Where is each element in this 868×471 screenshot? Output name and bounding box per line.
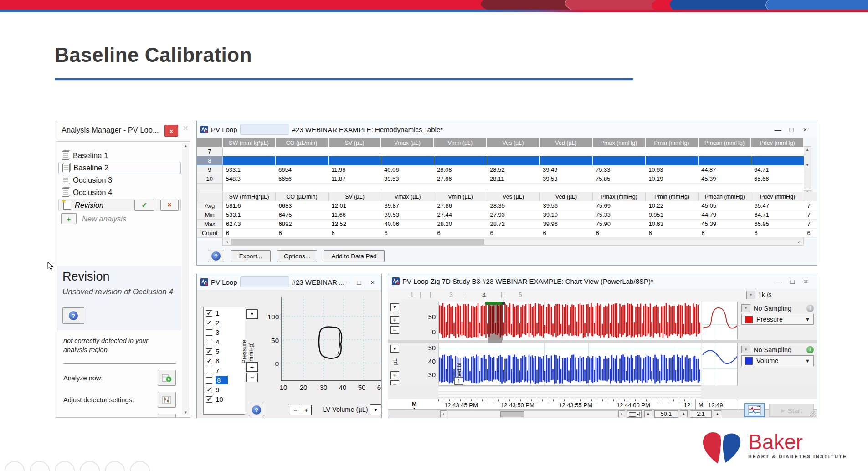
scroll-right-button[interactable]: › xyxy=(618,410,625,417)
channel-selector[interactable]: Pressure ▼ xyxy=(741,314,814,325)
pressure-plot[interactable] xyxy=(438,302,701,340)
loop-row-3[interactable]: 3 xyxy=(204,328,245,337)
scrollbar-thumb[interactable] xyxy=(231,239,484,245)
column-header[interactable]: SV (µL) xyxy=(329,192,381,201)
loop-row-9[interactable]: ✓9 xyxy=(204,385,245,394)
close-button[interactable]: × xyxy=(798,124,812,134)
column-header[interactable]: Pdev (mmHg) xyxy=(751,138,804,147)
column-header[interactable]: Ves (µL) xyxy=(487,192,540,201)
horizontal-ratio[interactable]: 50:1 xyxy=(654,410,678,418)
help-button[interactable]: ? xyxy=(249,404,264,416)
list-item-revision[interactable]: ★ Revision ✓ × xyxy=(58,199,181,211)
row-label[interactable]: 10 xyxy=(197,174,222,184)
channel-selector[interactable]: Volume ▼ xyxy=(741,355,814,366)
volume-preview[interactable] xyxy=(702,343,738,385)
checkbox[interactable] xyxy=(206,339,212,345)
column-header[interactable]: CO (µL/min) xyxy=(276,192,329,201)
y-axis-dropdown-button[interactable]: ▼ xyxy=(246,309,258,319)
help-button[interactable]: ? xyxy=(62,307,84,324)
row-label[interactable]: 8 xyxy=(197,156,222,165)
compress-up-button[interactable]: ▲ xyxy=(644,410,652,417)
scroll-down-icon[interactable]: ▼ xyxy=(182,410,189,415)
sampling-dropdown-button[interactable]: ▼ xyxy=(741,346,750,353)
checkbox[interactable]: ✓ xyxy=(206,387,212,393)
volume-plot[interactable]: tubed bl 1 xyxy=(438,343,701,385)
list-item-occlusion-4[interactable]: Occlusion 4 xyxy=(58,186,181,199)
add-to-data-pad-button[interactable]: Add to Data Pad xyxy=(324,250,385,262)
zoom-out-button[interactable]: − xyxy=(390,326,399,334)
loop-row-8-selected[interactable]: 8 xyxy=(204,375,245,385)
detector-settings-button[interactable] xyxy=(158,392,176,408)
list-item-baseline-1[interactable]: Baseline 1 xyxy=(58,149,181,162)
checkbox[interactable]: ✓ xyxy=(206,310,212,317)
zoom-in-button[interactable]: + xyxy=(390,371,399,379)
resize-grip[interactable] xyxy=(810,411,816,417)
column-header[interactable]: Vmax (µL) xyxy=(381,192,434,201)
collapsed-channels[interactable] xyxy=(438,385,701,399)
column-header[interactable]: Pdev (mmHg) xyxy=(751,192,804,201)
column-header[interactable]: Pmin (mmHg) xyxy=(646,192,699,201)
column-header[interactable]: Pmax (mmHg) xyxy=(592,138,645,147)
column-header[interactable]: Ves (µL) xyxy=(487,138,539,147)
analysis-manager-button[interactable] xyxy=(158,414,176,418)
scroll-down-icon[interactable]: ▼ xyxy=(804,163,811,167)
compress-up-button[interactable]: ▲ xyxy=(714,410,721,417)
list-item-baseline-2[interactable]: Baseline 2 xyxy=(58,162,181,174)
close-button[interactable]: × xyxy=(799,276,813,286)
minimize-button[interactable]: — xyxy=(772,276,786,286)
column-header[interactable]: Pmean (mmHg) xyxy=(698,138,751,147)
minimize-button[interactable]: — xyxy=(771,124,785,134)
x-zoom-out-button[interactable]: − xyxy=(290,405,301,415)
maximize-button[interactable]: □ xyxy=(786,276,799,286)
close-button[interactable]: × xyxy=(366,277,380,287)
minimize-button[interactable]: — xyxy=(339,277,352,287)
checkbox[interactable] xyxy=(206,377,212,384)
scroll-left-icon[interactable]: ‹ xyxy=(224,238,231,245)
checkbox[interactable]: ✓ xyxy=(206,358,212,364)
selection-region[interactable] xyxy=(488,302,503,340)
discard-revision-button[interactable]: × xyxy=(160,200,179,211)
column-header[interactable]: Pmean (mmHg) xyxy=(699,192,751,201)
checkbox[interactable] xyxy=(206,368,212,374)
vertical-ratio[interactable]: 2:1 xyxy=(690,410,712,418)
maximize-button[interactable]: □ xyxy=(785,124,798,134)
maximize-button[interactable]: □ xyxy=(352,277,366,287)
column-header[interactable]: Vmin (µL) xyxy=(434,192,487,201)
undock-icon[interactable]: ✕ xyxy=(183,124,189,133)
time-scrollbar[interactable] xyxy=(448,410,617,417)
go-to-end-button[interactable]: ▸| xyxy=(627,410,642,418)
compress-up-button[interactable]: ▲ xyxy=(680,410,688,417)
info-icon[interactable]: i xyxy=(806,346,814,353)
checkbox[interactable] xyxy=(206,329,212,336)
loop-row-10[interactable]: ✓10 xyxy=(204,394,245,404)
start-button[interactable]: ▶ Start xyxy=(769,404,814,417)
x-axis-dropdown-button[interactable]: ▼ xyxy=(370,404,381,415)
channel-dropdown-button[interactable]: ▼ xyxy=(390,303,399,311)
column-header[interactable]: CO (µL/min) xyxy=(275,138,328,147)
info-icon[interactable]: i xyxy=(806,305,814,312)
scroll-right-icon[interactable]: › xyxy=(795,238,802,245)
column-header[interactable]: Pmax (mmHg) xyxy=(593,192,646,201)
table-horizontal-scrollbar[interactable]: ‹ › xyxy=(222,238,804,246)
loop-row-5[interactable]: ✓5 xyxy=(204,347,245,356)
accept-revision-button[interactable]: ✓ xyxy=(134,200,154,211)
checkbox[interactable]: ✓ xyxy=(206,348,212,355)
table-vertical-scrollbar[interactable]: ▲ ▼ xyxy=(804,146,811,188)
marker-tool[interactable]: M ▼ xyxy=(409,400,419,410)
selection-handle[interactable] xyxy=(485,302,504,305)
loop-row-4[interactable]: 4 xyxy=(204,337,245,347)
sampling-dropdown-button[interactable]: ▼ xyxy=(741,304,750,312)
checkbox[interactable]: ✓ xyxy=(206,396,212,403)
x-zoom-in-button[interactable]: + xyxy=(301,405,312,415)
column-header[interactable]: Vmin (µL) xyxy=(434,138,487,147)
scroll-up-icon[interactable]: ▲ xyxy=(804,148,811,152)
analysis-list-scrollbar[interactable]: ▲ ▼ xyxy=(182,143,189,415)
column-header[interactable]: SW (mmHg*µL) xyxy=(223,192,276,201)
column-header[interactable]: Ved (µL) xyxy=(540,192,593,201)
close-button[interactable]: x xyxy=(164,125,178,137)
analyze-now-button[interactable] xyxy=(158,370,176,386)
column-header[interactable]: SV (µL) xyxy=(328,138,381,147)
channel-divider[interactable] xyxy=(388,340,817,343)
scrollbar-thumb[interactable] xyxy=(500,411,524,417)
y-zoom-out-button[interactable]: − xyxy=(246,373,258,382)
